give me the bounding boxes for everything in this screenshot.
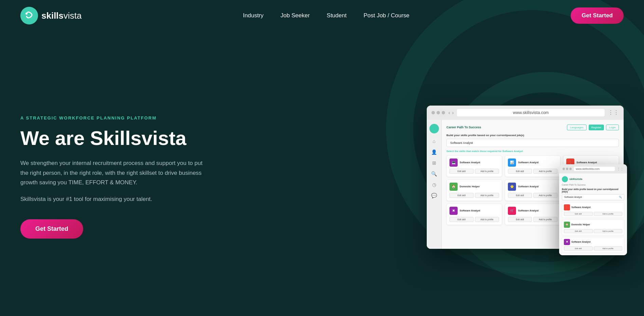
small-skill-name: Domestic Helper bbox=[571, 223, 590, 226]
sidebar-user-icon: 👤 bbox=[431, 149, 437, 155]
hero-subtitle: A STRATEGIC WORKFORCE PLANNING PLATFORM bbox=[20, 115, 210, 120]
secondary-browser-bar: www.skillsvista.com ⋮⋮ bbox=[559, 164, 627, 173]
search-value: Software Analyst bbox=[450, 141, 473, 145]
skill-card-icon: 🏠 bbox=[449, 183, 458, 191]
nav-item-job-seeker[interactable]: Job Seeker bbox=[280, 12, 310, 19]
add-to-profile-button[interactable]: Add to profile bbox=[475, 169, 499, 174]
small-edit-button[interactable]: Edit skill bbox=[564, 212, 593, 216]
skill-card: 📊 Software Analyst Edit skill Add to pro… bbox=[505, 155, 560, 177]
small-card-actions: Edit skill Add to profile bbox=[564, 229, 622, 233]
browser-dot-1 bbox=[431, 111, 435, 114]
skill-card-name: Software Analyst bbox=[576, 161, 597, 164]
edit-skill-button[interactable]: Edit skill bbox=[449, 169, 474, 174]
sidebar-clock-icon: ◷ bbox=[431, 182, 437, 188]
browser-back-icon: ‹ bbox=[448, 110, 450, 115]
skill-card: ⭐ Software Analyst Edit skill Add to pro… bbox=[505, 180, 560, 201]
hero-mockup: ‹ › www.skillsvista.com ⋮⋮ ⌂ 👤 ⊞ 🔍 ◷ 💬 bbox=[210, 92, 624, 262]
logo[interactable]: skillsvista bbox=[20, 7, 82, 24]
small-add-button[interactable]: Add to profile bbox=[594, 229, 623, 233]
small-skill-icon: 🏠 bbox=[564, 222, 570, 228]
skill-card-name: Software Analyst bbox=[460, 209, 480, 212]
small-skill-name: Software Analyst bbox=[571, 206, 591, 208]
nav-item-post-job-course[interactable]: Post Job / Course bbox=[364, 12, 409, 19]
edit-skill-button[interactable]: Edit skill bbox=[449, 193, 474, 198]
skill-card-actions: Edit skill Add to profile bbox=[508, 193, 557, 198]
skill-card-name: Software Analyst bbox=[460, 161, 480, 164]
sidebar-logo-icon bbox=[429, 124, 439, 133]
hero-title: We are Skillsvista bbox=[20, 127, 210, 149]
add-to-profile-button[interactable]: Add to profile bbox=[533, 217, 557, 222]
browser-url-bar[interactable]: www.skillsvista.com bbox=[457, 109, 605, 116]
app-header-buttons: Languages Register Login bbox=[567, 125, 619, 130]
secondary-dot-3 bbox=[569, 168, 572, 170]
secondary-search-icon: 🔍 bbox=[619, 196, 622, 199]
nav-link-job-seeker[interactable]: Job Seeker bbox=[280, 12, 310, 19]
skill-card-actions: Edit skill Add to profile bbox=[508, 217, 557, 222]
secondary-logo-text: skillsvista bbox=[569, 178, 582, 181]
small-edit-button[interactable]: Edit skill bbox=[564, 229, 593, 233]
skill-card-actions: Edit skill Add to profile bbox=[508, 169, 557, 174]
add-to-profile-button[interactable]: Add to profile bbox=[475, 217, 499, 222]
skill-card-icon: 💻 bbox=[449, 159, 458, 167]
secondary-browser-dots bbox=[563, 168, 572, 170]
edit-skill-button[interactable]: Edit skill bbox=[449, 217, 474, 222]
browser-forward-icon: › bbox=[452, 110, 454, 115]
small-skill-name: Software Analyst bbox=[571, 241, 591, 243]
small-add-button[interactable]: Add to profile bbox=[594, 246, 623, 250]
secondary-grid-icon: ⋮⋮ bbox=[617, 167, 624, 171]
app-header-bar: Career Path To Success Languages Registe… bbox=[446, 125, 619, 130]
filter-suffix: that match those required for Software A… bbox=[466, 150, 523, 153]
filter-highlight: skills bbox=[459, 150, 466, 153]
secondary-search-value: Software Analyst bbox=[564, 196, 582, 199]
nav-links: Industry Job Seeker Student Post Job / C… bbox=[243, 12, 409, 19]
login-button[interactable]: Login bbox=[606, 125, 619, 130]
skill-card-header: 📊 Software Analyst bbox=[508, 159, 557, 167]
small-skill-icon: ✖ bbox=[564, 239, 570, 245]
logo-text: skillsvista bbox=[41, 11, 82, 21]
filter-prefix: Select the bbox=[446, 150, 458, 153]
secondary-app-logo: skillsvista bbox=[562, 176, 624, 182]
hero-tagline: Skillsvista is your #1 tool for maximisi… bbox=[20, 194, 210, 204]
skill-card-name: Domestic Helper bbox=[460, 185, 480, 188]
small-skill-icon: 📍 bbox=[564, 204, 570, 210]
browser-nav-buttons: ‹ › bbox=[448, 110, 454, 115]
sidebar-home-icon: ⌂ bbox=[431, 138, 437, 144]
nav-item-student[interactable]: Student bbox=[327, 12, 347, 19]
secondary-browser-window: www.skillsvista.com ⋮⋮ skillsvista Caree… bbox=[559, 164, 627, 255]
sidebar-chat-icon: 💬 bbox=[431, 192, 437, 199]
nav-link-post-job-course[interactable]: Post Job / Course bbox=[364, 12, 409, 19]
hero-description: We strengthen your internal recruitment … bbox=[20, 159, 210, 188]
small-card-actions: Edit skill Add to profile bbox=[564, 246, 622, 250]
secondary-dot-2 bbox=[566, 168, 568, 170]
add-to-profile-button[interactable]: Add to profile bbox=[475, 193, 499, 198]
nav-link-student[interactable]: Student bbox=[327, 12, 347, 19]
edit-skill-button[interactable]: Edit skill bbox=[508, 169, 532, 174]
secondary-card-list: 📍 Software Analyst Edit skill Add to pro… bbox=[562, 202, 624, 253]
hero-content: A STRATEGIC WORKFORCE PLANNING PLATFORM … bbox=[20, 115, 210, 239]
skill-card-header: 💻 Software Analyst bbox=[449, 159, 499, 167]
app-search-bar[interactable]: Software Analyst bbox=[446, 139, 619, 147]
edit-skill-button[interactable]: Edit skill bbox=[508, 217, 532, 222]
nav-get-started-button[interactable]: Get Started bbox=[571, 7, 624, 24]
hero-get-started-button[interactable]: Get Started bbox=[20, 219, 83, 239]
languages-button[interactable]: Languages bbox=[567, 125, 587, 130]
secondary-url-bar[interactable]: www.skillsvista.com bbox=[574, 167, 615, 171]
nav-item-industry[interactable]: Industry bbox=[243, 12, 263, 19]
browser-bar: ‹ › www.skillsvista.com ⋮⋮ bbox=[427, 106, 624, 120]
skill-card-actions: Edit skill Add to profile bbox=[449, 217, 499, 222]
sidebar-grid-icon: ⊞ bbox=[431, 160, 437, 166]
small-edit-button[interactable]: Edit skill bbox=[564, 246, 593, 250]
register-button[interactable]: Register bbox=[589, 125, 604, 130]
secondary-search[interactable]: Software Analyst 🔍 bbox=[562, 194, 624, 200]
secondary-logo-icon bbox=[562, 176, 568, 182]
nav-link-industry[interactable]: Industry bbox=[243, 12, 263, 19]
edit-skill-button[interactable]: Edit skill bbox=[508, 193, 532, 198]
add-to-profile-button[interactable]: Add to profile bbox=[533, 169, 557, 174]
hero-section: A STRATEGIC WORKFORCE PLANNING PLATFORM … bbox=[0, 31, 644, 316]
small-add-button[interactable]: Add to profile bbox=[594, 212, 623, 216]
add-to-profile-button[interactable]: Add to profile bbox=[533, 193, 557, 198]
skill-card: 🛒 Software Analyst Edit skill Add to pro… bbox=[505, 204, 560, 225]
skill-card-actions: Edit skill Add to profile bbox=[449, 169, 499, 174]
secondary-browser-content: skillsvista Career Path To Success Build… bbox=[559, 173, 627, 255]
skill-card: 💻 Software Analyst Edit skill Add to pro… bbox=[446, 155, 502, 177]
